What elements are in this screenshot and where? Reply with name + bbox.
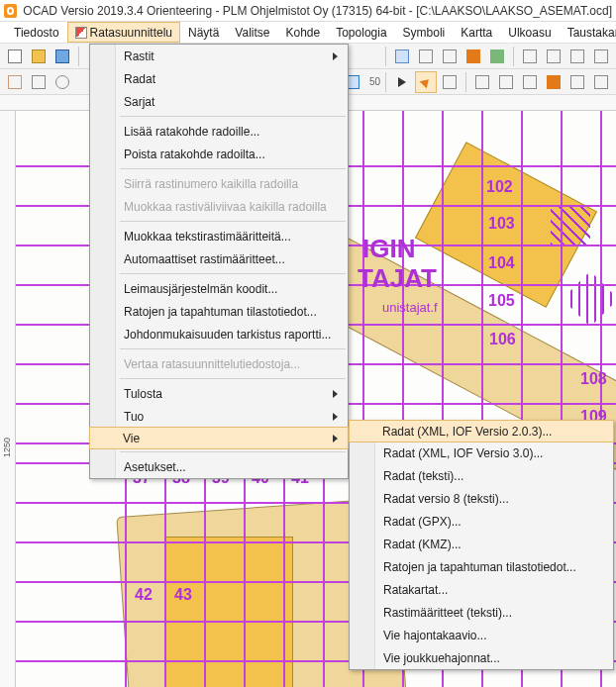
menu-item-label: Radat (124, 72, 155, 86)
submenu-item[interactable]: Radat (GPX)... (350, 510, 613, 533)
menu-nayta[interactable]: Näytä (180, 22, 227, 43)
submenu-item[interactable]: Radat (teksti)... (350, 464, 613, 487)
menu-tiedosto[interactable]: Tiedosto (6, 22, 67, 43)
open-button[interactable] (28, 46, 50, 67)
menu-item-label: Sarjat (124, 95, 154, 109)
new-button[interactable] (4, 46, 26, 67)
menu-item-label: Rastit (124, 49, 154, 63)
submenu-item-label: Radat (XML, IOF Versio 3.0)... (383, 446, 543, 460)
toolbar-btn[interactable] (4, 71, 26, 93)
separator (513, 47, 514, 66)
submenu-item[interactable]: Ratakartat... (350, 578, 613, 601)
menu-item[interactable]: Sarjat (90, 90, 348, 113)
toolbar-btn[interactable] (471, 71, 493, 93)
toolbar-btn[interactable] (566, 46, 588, 67)
toolbar-btn[interactable] (415, 46, 437, 67)
play-button[interactable] (391, 71, 413, 93)
toolbar-btn[interactable] (462, 46, 484, 67)
toolbar-btn[interactable] (486, 46, 508, 67)
menu-valitse[interactable]: Valitse (227, 22, 277, 43)
menu-item[interactable]: Asetukset... (90, 455, 348, 478)
submenu-item-label: Radat (KMZ)... (383, 538, 462, 551)
menu-item[interactable]: Leimausjärjestelmän koodit... (90, 277, 348, 300)
submenu-item-label: Ratojen ja tapahtuman tilastotiedot... (383, 560, 576, 574)
submenu-item[interactable]: Radat versio 8 (teksti)... (350, 487, 613, 510)
menu-item: Vertaa ratasuunnittelutiedostoja... (90, 352, 348, 375)
toolbar-btn[interactable] (439, 71, 461, 93)
menu-item[interactable]: Rastit (90, 45, 348, 67)
menu-separator (120, 451, 346, 452)
toolbar-btn[interactable] (543, 46, 565, 67)
submenu-item[interactable]: Radat (XML, IOF Versio 3.0)... (350, 442, 613, 464)
toolbar-btn[interactable] (519, 71, 541, 93)
grid-row-label: 105 (488, 292, 515, 310)
menu-item-label: Ratojen ja tapahtuman tilastotiedot... (124, 305, 317, 319)
pan-button[interactable] (28, 71, 50, 93)
submenu-item-label: Radat (teksti)... (383, 469, 463, 483)
menu-item-label: Johdonmukaisuuden tarkistus raportti... (124, 328, 331, 342)
grid-col-label: 43 (174, 586, 192, 604)
menu-item[interactable]: Vie (89, 427, 349, 449)
submenu-item-label: Rastimääritteet (teksti)... (383, 606, 512, 620)
menu-item[interactable]: Ratojen ja tapahtuman tilastotiedot... (90, 300, 348, 323)
chevron-right-icon (333, 413, 338, 421)
menu-item[interactable]: Muokkaa tekstirastimääritteitä... (90, 225, 348, 247)
chevron-right-icon (333, 435, 338, 442)
h-ruler-value: 50 (369, 76, 380, 87)
menu-taustakartta[interactable]: Taustakar (560, 22, 616, 43)
window-title: OCAD Versio 2019.3.4 Orienteering - PLM … (23, 4, 612, 18)
menu-kohde[interactable]: Kohde (277, 22, 328, 43)
menu-item[interactable]: Poista ratakohde radoilta... (90, 143, 348, 165)
toolbar-btn[interactable] (590, 46, 612, 67)
menu-item-label: Automaattiset rastimääritteet... (124, 252, 285, 266)
toolbar-btn[interactable] (519, 46, 541, 67)
menu-item[interactable]: Lisää ratakohde radoille... (90, 120, 348, 143)
map-subtitle: unistajat.f (382, 301, 438, 315)
menu-separator (120, 221, 346, 222)
grid-row-label: 102 (486, 178, 513, 196)
separator (385, 47, 386, 66)
map-title-2: TAJAT (358, 264, 437, 293)
submenu-item[interactable]: Vie hajontakaavio... (350, 624, 613, 646)
menu-item-label: Leimausjärjestelmän koodit... (124, 282, 277, 296)
submenu-item[interactable]: Vie joukkuehajonnat... (350, 646, 613, 669)
select-button[interactable] (415, 71, 437, 93)
menu-item[interactable]: Tuo (90, 405, 348, 428)
menu-item-label: Asetukset... (124, 460, 186, 474)
separator (78, 47, 79, 66)
v-ruler-value: 1250 (2, 438, 12, 457)
toolbar-btn[interactable] (495, 71, 517, 93)
submenu-item[interactable]: Rastimääritteet (teksti)... (350, 601, 613, 624)
menu-topologia[interactable]: Topologia (328, 22, 394, 43)
chevron-right-icon (333, 390, 338, 398)
toolbar-btn[interactable] (566, 71, 588, 93)
menu-item-label: Muokkaa tekstirastimääritteitä... (124, 230, 291, 244)
grid-row-label: 104 (488, 254, 515, 272)
submenu-item[interactable]: Ratojen ja tapahtuman tilastotiedot... (350, 555, 613, 578)
menu-item[interactable]: Johdonmukaisuuden tarkistus raportti... (90, 323, 348, 345)
submenu-item[interactable]: Radat (XML, IOF Versio 2.0.3)... (349, 420, 614, 442)
menu-item[interactable]: Automaattiset rastimääritteet... (90, 247, 348, 270)
menu-ratasuunnittelu[interactable]: Ratasuunnittelu (67, 22, 180, 43)
app-icon (4, 4, 17, 18)
grid-col-label: 42 (135, 586, 153, 604)
zoom-button[interactable] (51, 71, 73, 93)
toolbar-btn[interactable] (590, 71, 612, 93)
menu-label: Ratasuunnittelu (90, 26, 172, 40)
dropdown-vie: Radat (XML, IOF Versio 2.0.3)...Radat (X… (349, 420, 614, 670)
menu-ulkoasu[interactable]: Ulkoasu (500, 22, 559, 43)
chevron-right-icon (333, 52, 338, 60)
separator (385, 72, 386, 92)
toolbar-btn[interactable] (543, 71, 565, 93)
menu-item[interactable]: Radat (90, 67, 348, 90)
menu-item[interactable]: Tulosta (90, 382, 348, 405)
save-button[interactable] (51, 46, 73, 67)
menu-item: Muokkaa rastiväliviivaa kaikilla radoill… (90, 195, 348, 218)
menu-item-label: Lisää ratakohde radoille... (124, 125, 259, 139)
menu-symboli[interactable]: Symboli (395, 22, 454, 43)
course-icon (75, 27, 87, 39)
submenu-item[interactable]: Radat (KMZ)... (350, 533, 613, 555)
toolbar-btn[interactable] (439, 46, 461, 67)
toolbar-btn[interactable] (391, 46, 413, 67)
menu-kartta[interactable]: Kartta (453, 22, 500, 43)
